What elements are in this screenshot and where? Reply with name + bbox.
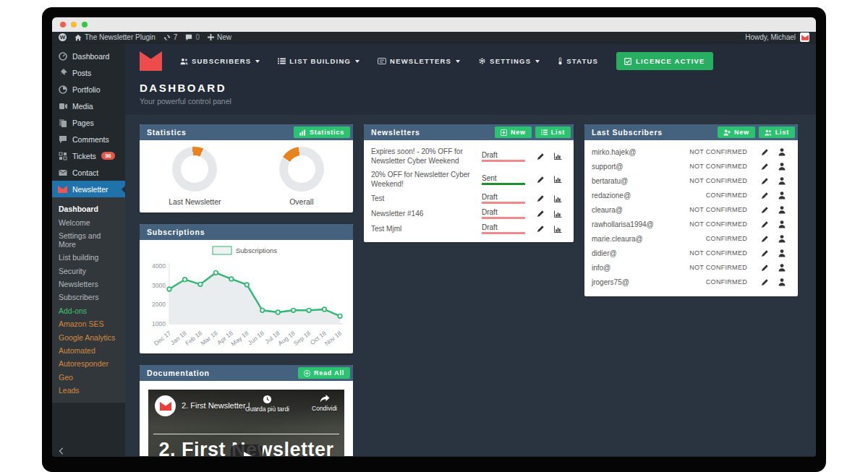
- submenu-item[interactable]: Dashboard: [52, 202, 125, 215]
- edit-pencil-icon[interactable]: [532, 176, 549, 184]
- edit-pencil-icon[interactable]: [756, 177, 773, 185]
- comments-menu[interactable]: 0: [185, 33, 200, 41]
- edit-pencil-icon[interactable]: [756, 148, 773, 156]
- subscriber-email[interactable]: didier@: [592, 249, 689, 257]
- newsletter-stats-icon[interactable]: [549, 195, 566, 202]
- minimize-window-button[interactable]: [71, 22, 77, 27]
- wp-logo-menu[interactable]: W: [59, 33, 67, 41]
- svg-text:Aug 18: Aug 18: [276, 330, 297, 348]
- submenu-item[interactable]: Autoresponder: [52, 357, 125, 370]
- newsletter-stats-icon[interactable]: [549, 176, 566, 183]
- collapse-menu-button[interactable]: [58, 447, 65, 455]
- close-window-button[interactable]: [60, 22, 66, 27]
- subscriber-profile-icon[interactable]: [773, 163, 791, 171]
- subscriber-profile-icon[interactable]: [773, 220, 791, 228]
- subscriber-email[interactable]: redazione@: [592, 192, 706, 199]
- subscriber-list-button[interactable]: List: [759, 126, 795, 138]
- subscriber-email[interactable]: jrogers75@: [592, 278, 706, 286]
- sidebar-item-tickets[interactable]: Tickets 36: [52, 147, 125, 164]
- sidebar-item-pages[interactable]: Pages: [52, 114, 125, 131]
- sidebar-item-comments[interactable]: Comments: [52, 131, 125, 147]
- newsletter-stats-icon[interactable]: [549, 210, 566, 218]
- subscriber-profile-icon[interactable]: [773, 264, 791, 272]
- nav-subscribers[interactable]: SUBSCRIBERS: [180, 57, 260, 65]
- submenu-item[interactable]: Google Analytics: [52, 330, 125, 343]
- read-all-button[interactable]: Read All: [298, 367, 350, 379]
- subscriber-profile-icon[interactable]: [773, 249, 791, 257]
- site-link[interactable]: The Newsletter Plugin: [75, 33, 156, 41]
- licence-active-button[interactable]: LICENCE ACTIVE: [616, 52, 713, 70]
- submenu-item[interactable]: Amazon SES: [52, 317, 125, 330]
- submenu-item[interactable]: Settings and More: [52, 229, 125, 251]
- subscriber-email[interactable]: bertaratu@: [592, 177, 689, 185]
- subscriber-status: NOT CONFIRMED: [689, 163, 747, 170]
- subscriber-profile-icon[interactable]: [773, 192, 791, 199]
- newsletter-title[interactable]: Test Mjml: [371, 224, 482, 233]
- sidebar-item-media[interactable]: Media: [52, 98, 125, 114]
- youtube-video-embed[interactable]: 2. First Newsletter | ... Guarda più tar…: [148, 390, 344, 456]
- subscriber-profile-icon[interactable]: [773, 235, 791, 243]
- subscriber-email[interactable]: support@: [592, 163, 689, 171]
- subscriber-profile-icon[interactable]: [773, 177, 791, 185]
- submenu-item[interactable]: List building: [52, 251, 125, 264]
- newsletter-title[interactable]: Test: [371, 194, 482, 203]
- subscriber-profile-icon[interactable]: [773, 206, 791, 214]
- submenu-item[interactable]: Security: [52, 265, 125, 278]
- subscriber-email[interactable]: cleaura@: [592, 206, 689, 214]
- new-content-menu[interactable]: New: [208, 33, 231, 41]
- avatar[interactable]: [800, 33, 809, 42]
- newsletter-new-button[interactable]: New: [495, 126, 532, 138]
- edit-pencil-icon[interactable]: [756, 163, 773, 171]
- zoom-window-button[interactable]: [82, 22, 88, 27]
- subscriber-profile-icon[interactable]: [773, 148, 791, 156]
- nav-newsletters[interactable]: NEWSLETTERS: [378, 57, 460, 65]
- sidebar-item-contact[interactable]: Contact: [52, 164, 125, 181]
- edit-pencil-icon[interactable]: [756, 264, 773, 272]
- edit-pencil-icon[interactable]: [532, 225, 549, 233]
- edit-pencil-icon[interactable]: [532, 153, 549, 160]
- watch-later-button[interactable]: Guarda più tardi: [245, 395, 289, 413]
- submenu-item[interactable]: Geo: [52, 371, 125, 384]
- edit-pencil-icon[interactable]: [756, 235, 773, 243]
- subscriber-new-button[interactable]: New: [718, 126, 755, 138]
- edit-pencil-icon[interactable]: [756, 206, 773, 214]
- submenu-item[interactable]: Newsletters: [52, 278, 125, 291]
- submenu-item[interactable]: Add-ons: [52, 304, 125, 317]
- edit-pencil-icon[interactable]: [532, 210, 549, 218]
- howdy-text[interactable]: Howdy, Michael: [745, 33, 796, 41]
- sidebar-item-dashboard[interactable]: Dashboard: [52, 48, 125, 64]
- submenu-item[interactable]: Automated: [52, 344, 125, 357]
- newsletter-title[interactable]: 20% OFF for Newsletter Cyber Weekend!: [371, 170, 482, 189]
- sidebar-item-portfolio[interactable]: Portfolio: [52, 81, 125, 98]
- newsletter-title[interactable]: Newsletter #146: [371, 209, 482, 218]
- subscriber-profile-icon[interactable]: [773, 278, 791, 286]
- play-button[interactable]: [231, 445, 263, 456]
- subscriber-email[interactable]: rawhollarisa1994@: [592, 220, 689, 228]
- sidebar-item-newsletter[interactable]: Newsletter: [52, 181, 125, 197]
- subscriber-email[interactable]: marie.cleaura@: [592, 235, 706, 243]
- sidebar-label: Posts: [72, 69, 91, 77]
- submenu-item[interactable]: Leads: [52, 384, 125, 397]
- newsletter-row: Test Mjml Draft: [371, 221, 566, 236]
- edit-pencil-icon[interactable]: [532, 194, 549, 202]
- statistics-button[interactable]: Statistics: [294, 126, 350, 138]
- nav-list-building[interactable]: LIST BUILDING: [278, 57, 359, 65]
- subscriber-email[interactable]: mirko.hajek@: [592, 148, 689, 156]
- edit-pencil-icon[interactable]: [756, 192, 773, 199]
- video-channel-avatar[interactable]: [155, 395, 176, 416]
- edit-pencil-icon[interactable]: [756, 249, 773, 257]
- sidebar-item-posts[interactable]: Posts: [52, 64, 125, 81]
- updates-menu[interactable]: 7: [163, 33, 178, 41]
- subscriber-email[interactable]: info@: [592, 264, 689, 272]
- newsletter-title[interactable]: Expires soon! - 20% OFF for Newsletter C…: [371, 147, 482, 166]
- newsletter-list-button[interactable]: List: [535, 126, 571, 138]
- newsletter-stats-icon[interactable]: [549, 226, 566, 233]
- edit-pencil-icon[interactable]: [756, 220, 773, 228]
- submenu-item[interactable]: Subscribers: [52, 291, 125, 304]
- nav-settings[interactable]: SETTINGS: [478, 57, 540, 65]
- newsletter-stats-icon[interactable]: [549, 153, 566, 160]
- submenu-item[interactable]: Welcome: [52, 215, 125, 228]
- nav-status[interactable]: STATUS: [558, 57, 598, 65]
- edit-pencil-icon[interactable]: [756, 278, 773, 286]
- share-button[interactable]: Condividi: [312, 395, 337, 412]
